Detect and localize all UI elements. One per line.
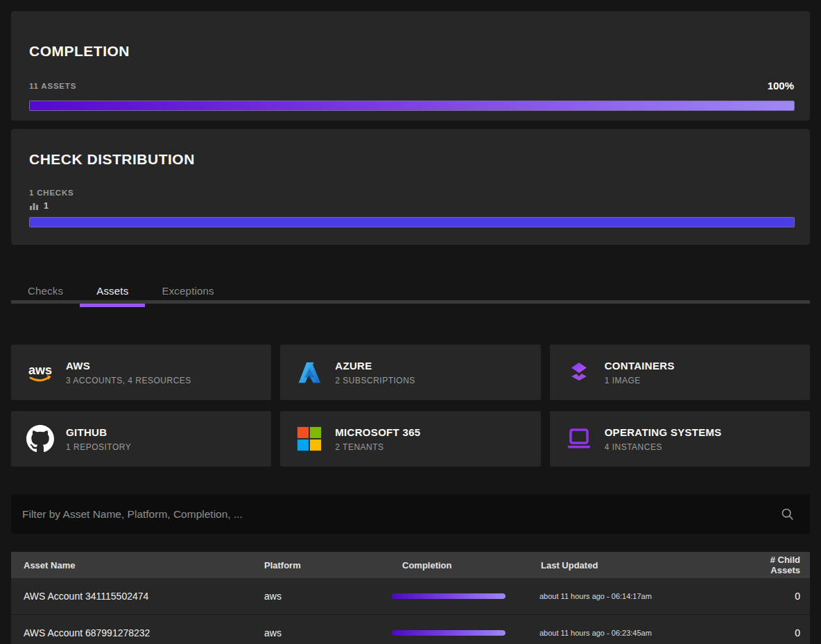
tile-github[interactable]: GITHUB 1 REPOSITORY xyxy=(11,411,271,467)
cell-child-assets: 0 xyxy=(743,627,810,638)
col-header-last-updated[interactable]: Last Updated xyxy=(528,560,743,571)
cell-child-assets: 0 xyxy=(743,591,810,602)
check-distribution-bar xyxy=(29,217,795,227)
tile-azure-title: AZURE xyxy=(335,360,415,372)
tile-github-title: GITHUB xyxy=(66,426,131,438)
laptop-icon xyxy=(565,425,593,453)
tile-containers-title: CONTAINERS xyxy=(605,360,675,372)
checks-count-label: 1 CHECKS xyxy=(29,189,74,197)
tile-aws-title: AWS xyxy=(66,360,191,372)
cell-last-updated: about 11 hours ago - 06:14:17am xyxy=(528,592,743,600)
row-completion-bar xyxy=(392,630,505,636)
cell-last-updated: about 11 hours ago - 06:23:45am xyxy=(528,629,743,637)
bar-chart-icon xyxy=(29,201,39,211)
tile-azure-subtitle: 2 SUBSCRIPTIONS xyxy=(335,376,415,385)
completion-card: COMPLETION 11 ASSETS 100% xyxy=(11,11,810,121)
aws-logo: aws xyxy=(26,358,54,386)
tile-microsoft365-subtitle: 2 TENANTS xyxy=(335,442,420,452)
check-severity-row: 1 xyxy=(29,201,49,211)
tile-azure[interactable]: AZURE 2 SUBSCRIPTIONS xyxy=(280,345,540,400)
cell-completion xyxy=(392,593,528,599)
asset-filter-input[interactable] xyxy=(11,494,780,534)
col-header-child-assets[interactable]: # Child Assets xyxy=(743,555,810,575)
tile-operating-systems-title: OPERATING SYSTEMS xyxy=(605,426,722,438)
completion-progress-fill xyxy=(30,101,794,110)
tab-checks[interactable]: Checks xyxy=(11,277,80,304)
check-distribution-card: CHECK DISTRIBUTION 1 CHECKS 1 xyxy=(11,129,810,245)
asset-filter-box xyxy=(11,494,810,534)
completion-assets-count: 11 ASSETS xyxy=(29,82,76,90)
completion-percent: 100% xyxy=(768,80,794,92)
tile-operating-systems-subtitle: 4 INSTANCES xyxy=(605,442,722,452)
asset-tiles-grid: aws AWS 3 ACCOUNTS, 4 RESOURCES xyxy=(11,345,810,467)
search-icon[interactable] xyxy=(780,507,795,521)
tile-containers-subtitle: 1 IMAGE xyxy=(605,376,675,385)
row-completion-fill xyxy=(392,630,505,636)
row-completion-fill xyxy=(392,593,505,599)
cell-platform: aws xyxy=(252,591,392,602)
tab-assets-label: Assets xyxy=(96,285,128,297)
azure-logo xyxy=(295,358,323,386)
col-header-asset-name[interactable]: Asset Name xyxy=(11,560,252,571)
tile-aws-subtitle: 3 ACCOUNTS, 4 RESOURCES xyxy=(66,376,191,385)
completion-progress-bar xyxy=(29,101,795,111)
col-header-completion[interactable]: Completion xyxy=(392,560,528,571)
check-severity-count: 1 xyxy=(44,201,49,211)
svg-text:aws: aws xyxy=(28,363,52,377)
tab-checks-label: Checks xyxy=(28,285,63,297)
tile-github-subtitle: 1 REPOSITORY xyxy=(66,442,131,452)
cell-asset-name: AWS Account 341115502474 xyxy=(11,591,252,602)
table-row[interactable]: AWS Account 341115502474 aws about 11 ho… xyxy=(11,578,810,615)
cell-asset-name: AWS Account 687991278232 xyxy=(11,627,252,638)
tab-exceptions-label: Exceptions xyxy=(162,285,214,297)
active-tab-indicator xyxy=(80,304,145,307)
tile-containers[interactable]: CONTAINERS 1 IMAGE xyxy=(550,345,810,400)
cell-platform: aws xyxy=(252,627,392,638)
containers-layers-icon xyxy=(565,358,593,386)
check-distribution-fill xyxy=(30,218,794,227)
microsoft-logo xyxy=(295,425,323,453)
tab-assets[interactable]: Assets xyxy=(80,277,145,304)
completion-title: COMPLETION xyxy=(29,43,130,60)
tile-operating-systems[interactable]: OPERATING SYSTEMS 4 INSTANCES xyxy=(550,411,810,467)
tile-microsoft365[interactable]: MICROSOFT 365 2 TENANTS xyxy=(280,411,540,467)
cell-completion xyxy=(392,630,528,636)
tile-microsoft365-title: MICROSOFT 365 xyxy=(335,426,420,438)
row-completion-bar xyxy=(392,593,505,599)
table-header-row: Asset Name Platform Completion Last Upda… xyxy=(11,552,810,578)
table-row[interactable]: AWS Account 687991278232 aws about 11 ho… xyxy=(11,615,810,644)
check-distribution-title: CHECK DISTRIBUTION xyxy=(29,151,195,168)
github-logo xyxy=(26,425,54,453)
assets-table: Asset Name Platform Completion Last Upda… xyxy=(11,552,810,644)
tab-bar: Checks Assets Exceptions xyxy=(11,277,231,304)
col-header-platform[interactable]: Platform xyxy=(252,560,392,571)
tab-exceptions[interactable]: Exceptions xyxy=(145,277,230,304)
tile-aws[interactable]: aws AWS 3 ACCOUNTS, 4 RESOURCES xyxy=(11,345,271,400)
